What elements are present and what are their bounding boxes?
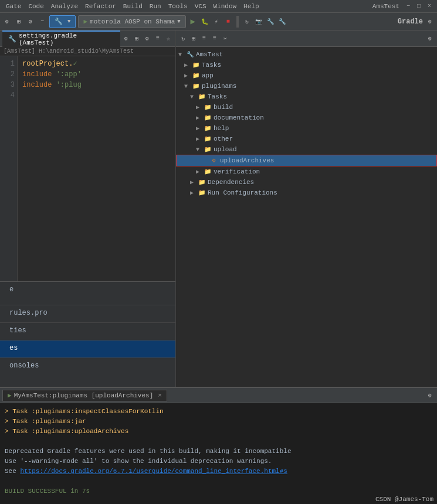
gradle-expand-icon[interactable]: ≡ (199, 34, 209, 43)
gradle-right-icons: ⚙ (425, 34, 435, 43)
panel-item-e[interactable]: e (5, 284, 171, 295)
menu-help[interactable]: Help (240, 3, 262, 10)
tree-run-configs[interactable]: ▶ 📁 Run Configurations (176, 188, 437, 198)
panel-item-es[interactable]: es (5, 343, 171, 353)
root-tasks-expand: ▶ (184, 62, 191, 69)
menu-analyze[interactable]: Analyze (48, 3, 82, 10)
gradle-filter-icon[interactable]: ✂ (221, 34, 230, 43)
verification-expand: ▶ (196, 168, 203, 175)
menu-vcs[interactable]: VCS (191, 3, 210, 10)
menu-window[interactable]: Window (210, 3, 240, 10)
console-line-5: Use '--warning-mode all' to show the ind… (5, 457, 432, 466)
tree-app[interactable]: ▶ 📁 app (176, 70, 437, 81)
breadcrumb: [AmsTest] H:\android_studio\MyAmsTest (0, 47, 175, 56)
tree-root-tasks[interactable]: ▶ 📁 Tasks (176, 60, 437, 70)
menu-tools[interactable]: Tools (165, 3, 191, 10)
tree-pluginams[interactable]: ▼ 📁 pluginams (176, 81, 437, 91)
main-toolbar: ⚙ ⊞ ⚙ − 🔧 ▼ ▶ motorola AOSP on Shama ▼ ▶… (0, 13, 437, 30)
editor-tools-icon[interactable]: ⊞ (132, 34, 141, 43)
menu-run[interactable]: Run (146, 3, 165, 10)
editor-layout-icon[interactable]: ⚙ (143, 34, 152, 43)
pluginams-tasks-expand: ▼ (190, 94, 197, 100)
settings-icon[interactable]: ⚙ (2, 17, 12, 26)
console-link[interactable]: https://docs.gradle.org/6.7.1/userguide/… (20, 468, 287, 475)
main-content: 🔧 settings.gradle (AmsTest) ⚙ ⊞ ⚙ ≡ ☆ [A… (0, 30, 437, 387)
editor-content[interactable]: 1 2 3 4 rootProject.✓ include ':app' inc… (0, 56, 175, 281)
camera-button[interactable]: 📷 (254, 17, 263, 26)
attach-button[interactable]: ⚡ (212, 17, 221, 26)
tab-dropdown-icon[interactable]: ▼ (67, 19, 70, 25)
menu-refactor[interactable]: Refactor (82, 3, 120, 10)
editor-align-icon[interactable]: ≡ (153, 34, 162, 43)
debug-button[interactable]: 🐛 (200, 17, 209, 26)
app-title: AmsTest (369, 3, 403, 10)
app-icon: 📁 (191, 71, 201, 80)
console-tab-close[interactable]: × (158, 392, 162, 399)
sync-button[interactable]: ↻ (242, 17, 252, 26)
settings-gradle-tab[interactable]: 🔧 settings.gradle (AmsTest) (2, 30, 120, 47)
menu-code[interactable]: Code (25, 3, 47, 10)
gradle-settings-gear[interactable]: ⚙ (425, 34, 435, 43)
line-numbers: 1 2 3 4 (0, 56, 18, 281)
gradle-label: Gradle (398, 18, 423, 26)
layout-icon[interactable]: ⊞ (14, 17, 23, 26)
panel-item-rules[interactable]: rules.pro (5, 308, 171, 318)
tools-button2[interactable]: 🔧 (277, 17, 287, 26)
menu-gate[interactable]: Gate (2, 3, 25, 10)
editor-bookmark-icon[interactable]: ☆ (164, 34, 173, 43)
panel-section4: es (0, 340, 175, 358)
menu-build[interactable]: Build (120, 3, 146, 10)
gradle-settings-icon[interactable]: ⚙ (425, 17, 435, 26)
play-button[interactable]: ▶ (188, 17, 198, 26)
stop-button[interactable]: ■ (223, 17, 233, 26)
minimize-button[interactable]: − (403, 1, 414, 12)
panel-item-ties[interactable]: ties (5, 325, 171, 336)
panel-section5: onsoles (0, 358, 175, 376)
gradle-refresh-icon[interactable]: ↻ (178, 34, 188, 43)
code-line-1: rootProject.✓ (22, 59, 171, 69)
console-tab-label: MyAmsTest:pluginams [uploadArchives] (14, 392, 154, 399)
run-tab-dropdown-icon[interactable]: ▼ (177, 19, 180, 25)
pluginams-label: pluginams (202, 83, 236, 90)
app-expand: ▶ (184, 72, 191, 79)
tree-amstest[interactable]: ▼ 🔧 AmsTest (176, 49, 437, 60)
root-tasks-icon: 📁 (191, 61, 201, 69)
run-configs-icon: 📁 (197, 189, 206, 197)
line-num-3: 3 (2, 80, 15, 90)
editor-settings-icon[interactable]: ⚙ (121, 34, 131, 43)
documentation-icon: 📁 (203, 114, 212, 122)
tree-verification[interactable]: ▶ 📁 verification (176, 166, 437, 177)
config-icon[interactable]: ⚙ (26, 17, 35, 26)
breadcrumb-text: [AmsTest] H:\android_studio\MyAmsTest (4, 48, 134, 55)
documentation-label: documentation (214, 114, 264, 121)
minus-icon[interactable]: − (38, 17, 47, 26)
help-expand: ▶ (196, 125, 203, 132)
amstest-expand: ▼ (178, 52, 185, 58)
line-num-1: 1 (2, 59, 15, 69)
close-button[interactable]: × (424, 1, 435, 12)
tools-button1[interactable]: 🔧 (266, 17, 275, 26)
other-expand: ▶ (196, 135, 203, 142)
gradle-collapse-icon[interactable]: ≡ (210, 34, 219, 43)
editor-tab-settings[interactable]: 🔧 ▼ (49, 15, 76, 28)
console-settings-icon[interactable]: ⚙ (425, 391, 435, 400)
console-tab-uploadarchives[interactable]: ▶ MyAmsTest:pluginams [uploadArchives] × (2, 390, 167, 401)
run-config-tab[interactable]: ▶ motorola AOSP on Shama ▼ (78, 15, 185, 28)
tree-upload[interactable]: ▼ 📁 upload (176, 144, 437, 155)
panel-item-consoles[interactable]: onsoles (5, 360, 171, 371)
code-editor[interactable]: rootProject.✓ include ':app' include ':p… (18, 56, 175, 281)
tree-uploadarchives[interactable]: ⚙ uploadArchives (176, 155, 437, 166)
maximize-button[interactable]: □ (414, 1, 424, 12)
other-icon: 📁 (203, 135, 212, 143)
run-configs-label: Run Configurations (208, 189, 277, 196)
tree-help[interactable]: ▶ 📁 help (176, 123, 437, 134)
tree-dependencies[interactable]: ▶ 📁 Dependencies (176, 177, 437, 188)
gradle-link-icon[interactable]: ⊞ (189, 34, 198, 43)
tree-documentation[interactable]: ▶ 📁 documentation (176, 113, 437, 123)
console-line-4: Deprecated Gradle features were used in … (5, 447, 432, 457)
editor-tab-icons: ⚙ ⊞ ⚙ ≡ ☆ (121, 34, 173, 43)
tree-pluginams-tasks[interactable]: ▼ 📁 Tasks (176, 91, 437, 102)
tree-other[interactable]: ▶ 📁 other (176, 134, 437, 144)
tree-build[interactable]: ▶ 📁 build (176, 102, 437, 113)
console-line-7 (5, 476, 432, 486)
